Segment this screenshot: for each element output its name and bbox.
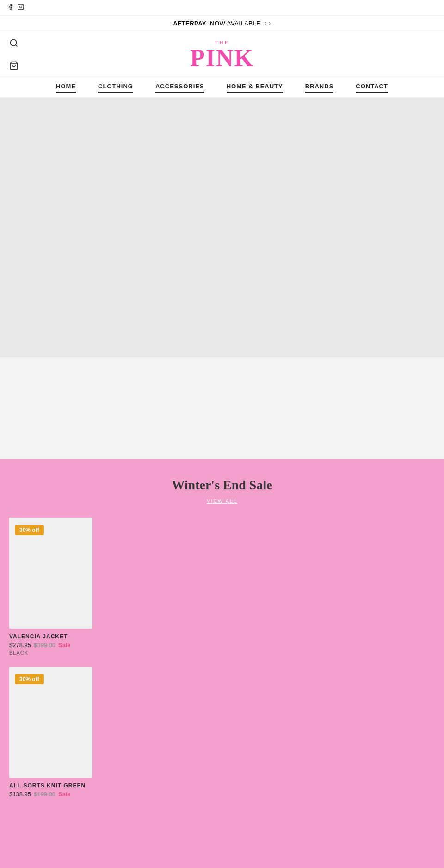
product-price-sale-label-1: Sale bbox=[58, 642, 71, 649]
product-prices-1: $278.95 $399.00 Sale bbox=[9, 642, 92, 649]
instagram-icon[interactable] bbox=[18, 4, 24, 12]
nav-item-home[interactable]: HOME bbox=[56, 83, 76, 93]
product-image-valencia-jacket: 30% off bbox=[9, 518, 92, 629]
product-color-1: BLACK bbox=[9, 650, 92, 656]
cart-icon-wrap[interactable] bbox=[9, 61, 18, 72]
search-icon bbox=[9, 38, 18, 48]
nav-item-contact[interactable]: CONTACT bbox=[356, 83, 388, 93]
product-prices-2: $138.95 $199.00 Sale bbox=[9, 791, 92, 798]
cart-icon bbox=[9, 61, 18, 70]
facebook-icon[interactable] bbox=[7, 4, 14, 12]
product-price-sale-label-2: Sale bbox=[58, 791, 71, 798]
logo-pink: PINK bbox=[190, 46, 254, 70]
afterpay-prev[interactable]: ‹ bbox=[264, 19, 266, 27]
logo[interactable]: THE PINK bbox=[9, 39, 435, 70]
afterpay-navigation: ‹ › bbox=[264, 19, 271, 27]
sale-section: Winter's End Sale VIEW ALL 30% off VALEN… bbox=[0, 459, 444, 868]
product-name-1: VALENCIA JACKET bbox=[9, 633, 92, 640]
nav-item-home-beauty[interactable]: HOME & BEAUTY bbox=[227, 83, 283, 93]
product-name-2: ALL SORTS KNIT GREEN bbox=[9, 782, 92, 789]
svg-rect-0 bbox=[18, 4, 24, 10]
afterpay-next[interactable]: › bbox=[269, 19, 271, 27]
nav-item-accessories[interactable]: ACCESSORIES bbox=[155, 83, 204, 93]
nav-item-brands[interactable]: BRANDS bbox=[305, 83, 334, 93]
afterpay-text: NOW AVAILABLE bbox=[210, 20, 260, 27]
svg-point-1 bbox=[20, 6, 22, 8]
product-card-all-sorts-knit[interactable]: 30% off ALL SORTS KNIT GREEN $138.95 $19… bbox=[9, 667, 92, 799]
sale-view-all: VIEW ALL bbox=[9, 496, 435, 505]
product-price-current-1: $278.95 bbox=[9, 642, 31, 649]
top-bar bbox=[0, 0, 444, 16]
afterpay-banner: AFTERPAY NOW AVAILABLE ‹ › bbox=[0, 16, 444, 31]
discount-badge-1: 30% off bbox=[15, 525, 44, 535]
svg-point-2 bbox=[22, 5, 23, 6]
social-icons bbox=[7, 4, 24, 12]
product-card-valencia-jacket[interactable]: 30% off VALENCIA JACKET $278.95 $399.00 … bbox=[9, 518, 92, 656]
discount-badge-2: 30% off bbox=[15, 674, 44, 684]
header: THE PINK bbox=[0, 31, 444, 77]
svg-line-4 bbox=[16, 45, 18, 47]
search-icon-wrap[interactable] bbox=[9, 38, 18, 50]
afterpay-brand: AFTERPAY bbox=[173, 20, 206, 27]
product-price-original-1: $399.00 bbox=[34, 642, 56, 649]
product-image-all-sorts-knit: 30% off bbox=[9, 667, 92, 778]
product-price-original-2: $199.00 bbox=[34, 791, 56, 798]
hero-gap bbox=[0, 357, 444, 459]
svg-point-3 bbox=[11, 40, 17, 46]
view-all-link[interactable]: VIEW ALL bbox=[207, 498, 237, 504]
sale-title: Winter's End Sale bbox=[9, 478, 435, 493]
product-price-current-2: $138.95 bbox=[9, 791, 31, 798]
main-nav: HOME CLOTHING ACCESSORIES HOME & BEAUTY … bbox=[0, 77, 444, 98]
product-grid: 30% off VALENCIA JACKET $278.95 $399.00 … bbox=[9, 518, 435, 799]
nav-item-clothing[interactable]: CLOTHING bbox=[98, 83, 133, 93]
hero-banner bbox=[0, 98, 444, 357]
